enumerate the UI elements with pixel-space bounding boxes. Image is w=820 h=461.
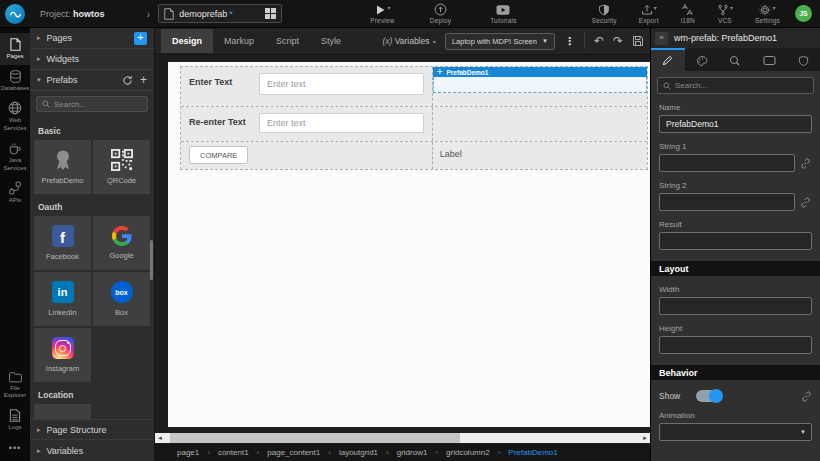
- variables-dropdown[interactable]: (x) Variables ▾: [382, 36, 436, 46]
- tab-security[interactable]: [786, 48, 820, 71]
- animation-select[interactable]: ▼: [659, 423, 812, 441]
- breadcrumb-gridcolumn2[interactable]: gridcolumn2: [446, 448, 490, 457]
- move-icon[interactable]: ✛: [437, 68, 443, 76]
- reenter-text-label[interactable]: Re-enter Text: [189, 113, 251, 127]
- security-button[interactable]: Security: [592, 4, 617, 24]
- rail-item-web-services[interactable]: Web Services: [0, 96, 30, 136]
- grid-cell-prefab[interactable]: ✛ PrefabDemo1: [433, 67, 647, 106]
- section-prefabs[interactable]: ▾ Prefabs +: [30, 70, 154, 91]
- grid-cell-label[interactable]: Label: [433, 142, 647, 169]
- height-input[interactable]: [659, 336, 812, 354]
- result-input[interactable]: [659, 232, 812, 250]
- redo-button[interactable]: ↷: [613, 36, 623, 46]
- grid-cell-empty[interactable]: [433, 107, 647, 141]
- scroll-left-icon[interactable]: ◂: [155, 434, 165, 442]
- user-avatar[interactable]: JS: [795, 5, 812, 22]
- canvas-horizontal-scrollbar[interactable]: ◂ ▸: [155, 432, 650, 444]
- panel-collapse-icon[interactable]: »: [655, 32, 668, 45]
- scroll-right-icon[interactable]: ▸: [640, 434, 650, 442]
- properties-search-input[interactable]: Search...: [657, 77, 814, 94]
- import-prefab-button[interactable]: +: [140, 75, 147, 85]
- bind-show-icon[interactable]: [801, 391, 812, 402]
- selected-widget-header[interactable]: ✛ PrefabDemo1: [433, 67, 647, 77]
- section-page-structure[interactable]: ▸ Page Structure: [30, 419, 154, 440]
- tutorials-button[interactable]: Tutorials: [490, 4, 516, 24]
- rail-item-databases[interactable]: Databases: [0, 65, 30, 97]
- tab-devices[interactable]: [752, 48, 786, 71]
- width-input[interactable]: [659, 297, 812, 315]
- prefab-tile-box[interactable]: box Box: [93, 272, 150, 326]
- save-button[interactable]: [632, 35, 644, 47]
- tab-markup[interactable]: Markup: [213, 29, 265, 53]
- preview-button[interactable]: ▾ Preview: [370, 4, 395, 24]
- prefab-tile-map[interactable]: [34, 404, 91, 419]
- grid-cell-compare[interactable]: COMPARE: [181, 142, 433, 169]
- bind-string2-icon[interactable]: [800, 197, 811, 208]
- tab-styles[interactable]: [685, 48, 719, 71]
- left-panel: ▸ Pages + ▸ Widgets ▾ Prefabs + Search..…: [30, 28, 155, 461]
- enter-text-label[interactable]: Enter Text: [189, 73, 251, 87]
- i18n-button[interactable]: i18N: [681, 4, 695, 24]
- grid-cell-reenter-text[interactable]: Re-enter Text: [181, 107, 433, 141]
- breadcrumb-page1[interactable]: page1: [177, 448, 199, 457]
- section-pages[interactable]: ▸ Pages +: [30, 28, 154, 49]
- prefab-tile-instagram[interactable]: Instagram: [34, 328, 91, 382]
- compare-button[interactable]: COMPARE: [189, 146, 248, 164]
- active-page-selector[interactable]: demoprefab *: [158, 4, 282, 23]
- tab-script[interactable]: Script: [265, 29, 310, 53]
- layout-grid[interactable]: Enter Text ✛ PrefabDemo1: [180, 66, 648, 170]
- rail-item-file-explorer[interactable]: File Explorer: [0, 366, 30, 404]
- breadcrumb-content1[interactable]: content1: [218, 448, 249, 457]
- prefab-tile-google[interactable]: Google: [93, 216, 150, 270]
- page-grid-icon[interactable]: [265, 8, 276, 19]
- vcs-button[interactable]: ▾ VCS: [717, 4, 733, 24]
- grid-cell-enter-text[interactable]: Enter Text: [181, 67, 433, 106]
- prefab-tile-linkedin[interactable]: in LinkedIn: [34, 272, 91, 326]
- enter-text-input[interactable]: [259, 73, 424, 95]
- settings-button[interactable]: ▾ Settings: [755, 4, 780, 24]
- section-widgets[interactable]: ▸ Widgets: [30, 49, 154, 70]
- breadcrumb-page-content1[interactable]: page_content1: [267, 448, 320, 457]
- behavior-section-header[interactable]: Behavior: [651, 365, 820, 380]
- device-selector[interactable]: Laptop with MDPI Screen▼: [445, 33, 555, 50]
- refresh-icon[interactable]: [122, 75, 133, 86]
- prefab-tile-facebook[interactable]: f Facebook: [34, 216, 91, 270]
- export-button[interactable]: ▾ Export: [639, 4, 659, 24]
- bind-string1-icon[interactable]: [800, 158, 811, 169]
- tab-design[interactable]: Design: [161, 29, 213, 53]
- breadcrumb-gridrow1[interactable]: gridrow1: [397, 448, 428, 457]
- tab-style[interactable]: Style: [310, 29, 352, 53]
- prefab-search-input[interactable]: Search...: [36, 96, 148, 112]
- wavemaker-logo-icon[interactable]: [5, 4, 25, 24]
- rail-item-java-services[interactable]: Java Services: [0, 136, 30, 176]
- string2-input[interactable]: [659, 193, 795, 211]
- tab-properties[interactable]: [651, 48, 685, 71]
- prefab-tile-qrcode[interactable]: QRCode: [93, 140, 150, 194]
- prefab-tile-prefabdemo[interactable]: PrefabDemo: [34, 140, 91, 194]
- more-options-icon[interactable]: ⋮: [564, 35, 575, 48]
- show-toggle[interactable]: [696, 390, 722, 402]
- design-canvas[interactable]: Enter Text ✛ PrefabDemo1: [168, 62, 650, 427]
- rail-item-apis[interactable]: APIs: [0, 176, 30, 209]
- properties-tabs: [651, 48, 820, 71]
- animation-label: Animation: [659, 411, 812, 420]
- section-variables[interactable]: ▸ Variables: [30, 440, 154, 461]
- breadcrumb-layoutgrid1[interactable]: layoutgrid1: [339, 448, 378, 457]
- prefab-widget-body[interactable]: [433, 77, 647, 93]
- add-page-button[interactable]: +: [134, 32, 147, 45]
- name-input[interactable]: [659, 115, 812, 133]
- rail-more-button[interactable]: •••: [0, 435, 30, 461]
- string1-input[interactable]: [659, 154, 795, 172]
- left-panel-scrollbar[interactable]: [150, 240, 153, 280]
- tab-events[interactable]: [719, 48, 753, 71]
- rail-item-logs[interactable]: Logs: [0, 404, 30, 436]
- scrollbar-thumb[interactable]: [170, 433, 460, 443]
- layout-section-header[interactable]: Layout: [651, 261, 820, 276]
- undo-button[interactable]: ↶: [594, 36, 604, 46]
- result-label-widget[interactable]: Label: [433, 142, 647, 159]
- database-icon: [9, 70, 22, 83]
- rail-item-pages[interactable]: Pages: [0, 33, 30, 65]
- reenter-text-input[interactable]: [259, 113, 424, 133]
- breadcrumb-prefabdemo1[interactable]: PrefabDemo1: [508, 448, 557, 457]
- deploy-button[interactable]: Deploy: [430, 3, 451, 24]
